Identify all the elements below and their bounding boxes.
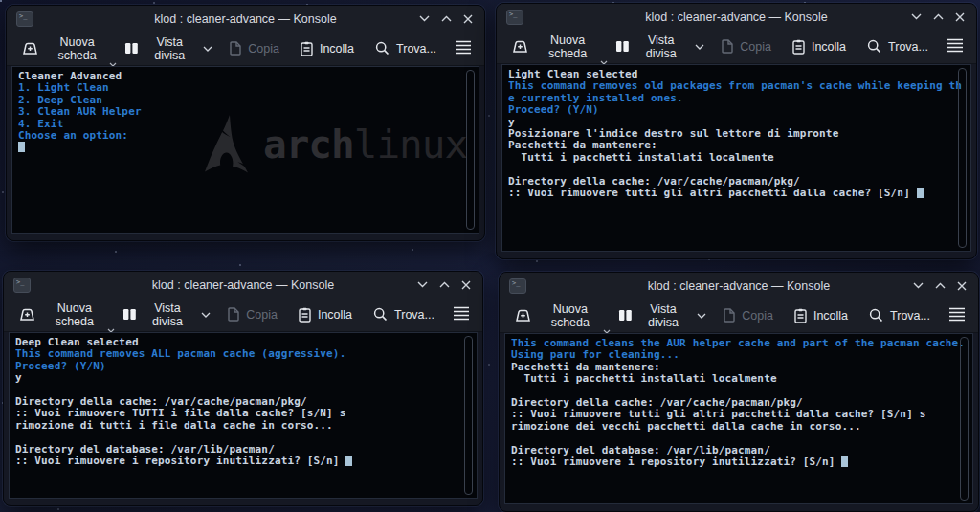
hamburger-menu-button[interactable] <box>450 303 473 326</box>
terminal-line: 4. Exit <box>18 119 477 130</box>
window-controls <box>909 11 967 24</box>
terminal-line: Directory del database: /var/lib/pacman/ <box>511 445 970 456</box>
toolbar-right-group: Copia Incolla Trova... <box>222 37 475 60</box>
scrollbar[interactable] <box>464 336 473 495</box>
hamburger-menu-button[interactable] <box>944 35 967 58</box>
toolbar: Nuova scheda Vista divisa <box>7 32 484 66</box>
new-tab-label: Nuova scheda <box>45 35 109 62</box>
find-button[interactable]: Trova... <box>368 303 440 325</box>
terminal-line: Light Clean selected <box>508 69 969 80</box>
terminal-area[interactable]: This command cleans the AUR helper cache… <box>504 333 973 504</box>
titlebar[interactable]: klod : cleaner-advance — Konsole <box>500 273 978 299</box>
scrollbar[interactable] <box>466 70 475 230</box>
copy-label: Copia <box>248 42 279 56</box>
konsole-window-bottom-left: klod : cleaner-advance — Konsole Nuova s… <box>3 271 483 506</box>
terminal-line: Proceed? (Y/N) <box>508 104 969 116</box>
konsole-app-icon <box>509 278 526 294</box>
new-tab-button[interactable]: Nuova scheda <box>16 32 115 66</box>
close-icon[interactable] <box>461 12 475 26</box>
terminal-line: Cleaner Advanced <box>18 71 477 82</box>
terminal-area[interactable]: Deep Clean selectedThis command removes … <box>9 332 478 499</box>
find-label: Trova... <box>394 308 434 322</box>
hamburger-menu-button[interactable] <box>452 37 475 60</box>
hamburger-menu-button[interactable] <box>946 304 969 327</box>
split-view-button[interactable]: Vista divisa <box>117 298 217 332</box>
konsole-window-top-right: klod : cleaner-advance — Konsole Nuova s… <box>496 3 977 259</box>
terminal-line: Pacchetti da mantenere: <box>508 140 969 151</box>
terminal-line: Deep Clean selected <box>15 337 475 348</box>
copy-button[interactable]: Copia <box>716 304 779 327</box>
konsole-window-bottom-right: klod : cleaner-advance — Konsole Nuova s… <box>499 272 979 512</box>
search-icon <box>373 307 388 322</box>
maximize-icon[interactable] <box>931 11 945 24</box>
minimize-icon[interactable] <box>415 278 429 292</box>
copy-button[interactable]: Copia <box>220 303 283 326</box>
copy-button[interactable]: Copia <box>714 35 777 58</box>
terminal-line <box>508 164 969 175</box>
split-view-button[interactable]: Vista divisa <box>610 30 710 64</box>
find-button[interactable]: Trova... <box>863 304 936 326</box>
window-title: klod : cleaner-advance — Konsole <box>500 279 978 293</box>
chevron-down-icon <box>697 313 706 319</box>
close-icon[interactable] <box>953 11 967 24</box>
split-view-label: Vista divisa <box>636 33 685 60</box>
hamburger-icon <box>947 41 964 56</box>
split-view-icon <box>618 309 633 322</box>
terminal-line <box>18 142 477 153</box>
new-tab-button[interactable]: Nuova scheda <box>13 298 113 332</box>
split-view-button[interactable]: Vista divisa <box>612 299 713 333</box>
terminal-line <box>511 386 970 397</box>
copy-icon <box>228 41 241 56</box>
paste-button[interactable]: Incolla <box>293 303 358 326</box>
minimize-icon[interactable] <box>417 12 431 26</box>
window-controls <box>911 279 969 293</box>
chevron-down-icon <box>203 46 212 52</box>
new-tab-button[interactable]: Nuova scheda <box>506 30 606 64</box>
paste-icon <box>299 307 311 323</box>
new-tab-button[interactable]: Nuova scheda <box>509 299 609 333</box>
titlebar[interactable]: klod : cleaner-advance — Konsole <box>497 4 976 30</box>
terminal-line <box>15 432 475 443</box>
maximize-icon[interactable] <box>437 278 451 292</box>
new-tab-icon <box>22 42 38 56</box>
paste-label: Incolla <box>813 309 848 323</box>
split-view-button[interactable]: Vista divisa <box>119 32 218 66</box>
terminal-line: Proceed? (Y/N) <box>15 361 475 372</box>
text-cursor <box>917 188 924 198</box>
terminal-line: rimozione dei vecchi pacchetti dalla cac… <box>511 421 970 433</box>
paste-label: Incolla <box>812 40 846 54</box>
search-icon <box>375 41 390 56</box>
terminal-line: Directory del database: /var/lib/pacman/ <box>15 444 475 456</box>
titlebar[interactable]: klod : cleaner-advance — Konsole <box>7 6 484 32</box>
window-controls <box>415 278 473 292</box>
terminal-area[interactable]: Light Clean selectedThis command removes… <box>501 64 971 252</box>
minimize-icon[interactable] <box>909 11 923 24</box>
terminal-line: y <box>15 372 475 384</box>
titlebar[interactable]: klod : cleaner-advance — Konsole <box>4 272 482 298</box>
scrollbar[interactable] <box>960 337 969 501</box>
toolbar: Nuova scheda Vista divisa <box>4 298 482 332</box>
paste-button[interactable]: Incolla <box>295 37 360 60</box>
maximize-icon[interactable] <box>439 12 453 26</box>
split-view-label: Vista divisa <box>144 301 192 328</box>
close-icon[interactable] <box>459 278 473 292</box>
close-icon[interactable] <box>955 279 969 293</box>
scrollbar[interactable] <box>958 68 967 248</box>
new-tab-label: Nuova scheda <box>538 302 603 329</box>
minimize-icon[interactable] <box>911 279 924 293</box>
terminal-line: Directory della cache: /var/cache/pacman… <box>15 396 475 408</box>
terminal-line <box>511 433 970 444</box>
paste-button[interactable]: Incolla <box>789 304 854 327</box>
find-button[interactable]: Trova... <box>861 35 934 57</box>
terminal-line: 2. Deep Clean <box>18 95 477 106</box>
terminal-area[interactable]: archlinux Cleaner Advanced1. Light Clean… <box>11 66 479 234</box>
window-title: klod : cleaner-advance — Konsole <box>4 278 482 292</box>
find-button[interactable]: Trova... <box>369 37 442 59</box>
chevron-down-icon <box>695 44 704 50</box>
copy-button[interactable]: Copia <box>222 37 285 60</box>
maximize-icon[interactable] <box>933 279 947 293</box>
copy-label: Copia <box>740 40 771 54</box>
terminal-line: Using paru for cleaning... <box>511 349 970 361</box>
paste-button[interactable]: Incolla <box>787 35 852 58</box>
split-view-icon <box>122 308 137 321</box>
